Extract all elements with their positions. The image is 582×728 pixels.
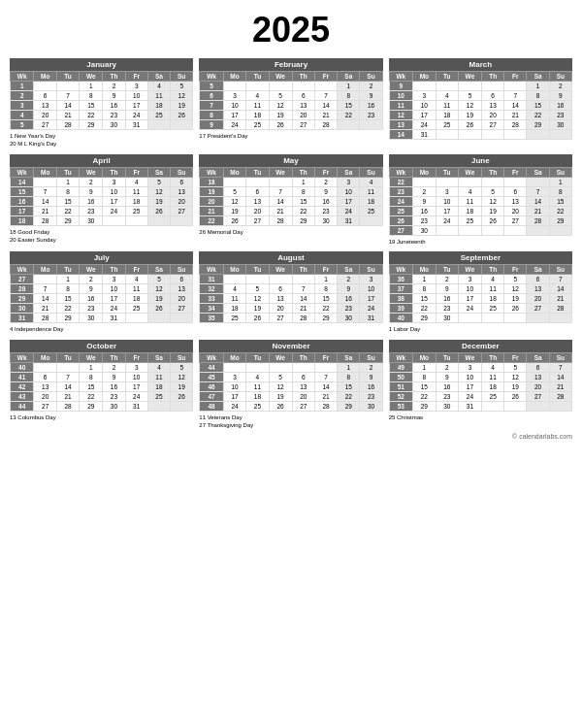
day-cell: 8 <box>413 372 436 381</box>
day-cell: 29 <box>80 401 103 411</box>
day-cell: 25 <box>482 391 504 401</box>
saturday-cell: 6 <box>527 362 549 372</box>
month-april: AprilWkMoTuWeThFrSaSu1412345615789101112… <box>10 154 193 246</box>
day-cell: 1 <box>56 275 79 284</box>
day-cell: 11 <box>246 381 269 391</box>
table-row: 5222232425262728 <box>389 391 571 401</box>
week-number: 7 <box>200 101 223 111</box>
week-number: 38 <box>389 294 412 304</box>
saturday-cell: 11 <box>147 91 170 101</box>
day-cell: 28 <box>314 120 337 130</box>
col-header-wk: Wk <box>200 167 223 177</box>
table-row: 1431 <box>389 130 571 140</box>
col-header-wk: Wk <box>389 265 412 275</box>
holiday-item: 17 President's Day <box>199 132 382 140</box>
month-september: SeptemberWkMoTuWeThFrSaSu361234567378910… <box>389 251 572 333</box>
table-row: 14123456 <box>11 177 193 186</box>
sunday-cell <box>360 120 382 130</box>
day-cell: 18 <box>246 111 269 120</box>
day-cell: 13 <box>292 101 314 111</box>
saturday-cell: 14 <box>527 196 549 206</box>
day-cell <box>269 82 292 91</box>
day-cell: 25 <box>482 304 504 314</box>
day-cell: 3 <box>125 82 147 91</box>
sunday-cell <box>171 215 193 225</box>
day-cell: 11 <box>458 196 481 206</box>
day-cell: 17 <box>413 111 436 120</box>
day-cell: 25 <box>436 120 458 130</box>
week-number: 25 <box>389 206 412 215</box>
sunday-cell: 23 <box>549 111 571 120</box>
day-cell: 2 <box>436 362 458 372</box>
sunday-cell <box>549 225 571 235</box>
col-header-th: Th <box>292 72 314 82</box>
col-header-fr: Fr <box>504 167 527 177</box>
col-header-wk: Wk <box>200 72 223 82</box>
sunday-cell <box>171 120 193 130</box>
col-header-mo: Mo <box>413 352 436 362</box>
day-cell: 4 <box>246 91 269 101</box>
table-row: 1324252627282930 <box>389 120 571 130</box>
week-number: 40 <box>11 362 34 372</box>
month-july: JulyWkMoTuWeThFrSaSu27123456287891011121… <box>10 251 193 333</box>
week-number: 53 <box>389 401 412 411</box>
table-row: 2730 <box>389 225 571 235</box>
day-cell <box>504 177 527 186</box>
table-row: 3525262728293031 <box>200 314 382 323</box>
sunday-cell: 20 <box>171 196 193 206</box>
table-row: 5115161718192021 <box>389 381 571 391</box>
day-cell: 17 <box>223 391 246 401</box>
week-number: 2 <box>11 91 34 101</box>
table-row: 50891011121314 <box>389 372 571 381</box>
day-cell: 21 <box>504 111 527 120</box>
day-cell: 19 <box>458 111 481 120</box>
col-header-fr: Fr <box>125 72 147 82</box>
day-cell <box>269 177 292 186</box>
day-cell: 8 <box>413 284 436 294</box>
holiday-item: 1 New Year's Day <box>10 132 193 140</box>
day-cell: 1 <box>80 362 103 372</box>
day-cell: 26 <box>482 215 504 225</box>
day-cell: 30 <box>436 401 458 411</box>
day-cell: 10 <box>413 101 436 111</box>
saturday-cell: 13 <box>527 372 549 381</box>
saturday-cell: 19 <box>147 196 170 206</box>
holidays: 11 Veterans Day27 Thanksgiving Day <box>199 412 382 430</box>
col-header-tu: Tu <box>436 352 458 362</box>
month-title: May <box>199 154 382 167</box>
col-header-mo: Mo <box>34 352 57 362</box>
day-cell: 10 <box>436 196 458 206</box>
table-row: 442728293031 <box>11 401 193 411</box>
table-row: 112345 <box>11 82 193 91</box>
day-cell: 7 <box>292 284 314 294</box>
table-row: 53293031 <box>389 401 571 411</box>
day-cell <box>504 130 527 140</box>
sunday-cell: 17 <box>360 294 382 304</box>
day-cell: 30 <box>103 401 125 411</box>
day-cell: 19 <box>482 206 504 215</box>
day-cell: 4 <box>246 372 269 381</box>
day-cell: 31 <box>103 314 125 323</box>
sunday-cell: 21 <box>549 294 571 304</box>
table-row: 232345678 <box>389 186 571 196</box>
day-cell: 25 <box>246 120 269 130</box>
saturday-cell: 1 <box>338 82 360 91</box>
day-cell <box>413 177 436 186</box>
saturday-cell: 31 <box>338 215 360 225</box>
day-cell: 30 <box>80 215 103 225</box>
sunday-cell: 16 <box>360 381 382 391</box>
week-number: 8 <box>200 111 223 120</box>
sunday-cell <box>171 401 193 411</box>
day-cell: 18 <box>458 206 481 215</box>
day-cell: 12 <box>458 101 481 111</box>
week-number: 22 <box>389 177 412 186</box>
day-cell: 12 <box>269 101 292 111</box>
saturday-cell: 13 <box>527 284 549 294</box>
month-february: FebruaryWkMoTuWeThFrSaSu5126345678971011… <box>199 58 382 149</box>
col-header-wk: Wk <box>389 352 412 362</box>
day-cell: 20 <box>482 111 504 120</box>
holiday-item: 11 Veterans Day <box>199 414 382 421</box>
col-header-we: We <box>80 265 103 275</box>
day-cell: 13 <box>34 381 57 391</box>
week-number: 10 <box>389 91 412 101</box>
